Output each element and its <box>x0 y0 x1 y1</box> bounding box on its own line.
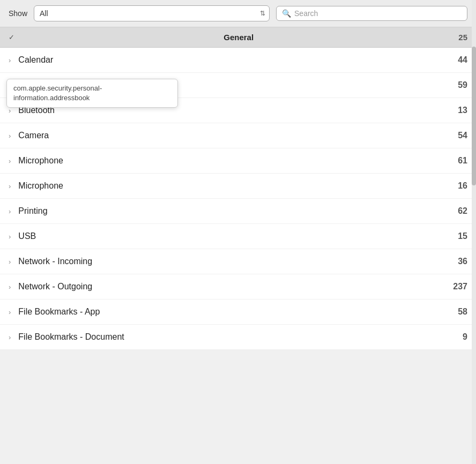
scrollbar[interactable] <box>472 0 476 464</box>
item-count: 13 <box>446 106 467 115</box>
section-title: General <box>19 33 458 42</box>
expand-chevron-icon: › <box>9 81 11 89</box>
item-count: 16 <box>446 181 467 191</box>
show-select[interactable]: All Allowed Denied <box>34 5 270 21</box>
list-item[interactable]: ›Microphone16 <box>0 174 476 199</box>
scrollbar-thumb[interactable] <box>472 47 476 186</box>
expand-chevron-icon: › <box>9 182 11 190</box>
show-label: Show <box>9 9 27 18</box>
item-count: 237 <box>446 282 467 291</box>
section-collapse-chevron[interactable]: ✓ <box>9 33 14 41</box>
item-label: Network - Outgoing <box>18 282 446 291</box>
list-item[interactable]: ›Bluetooth13 <box>0 98 476 123</box>
list-item[interactable]: ›Microphone61 <box>0 148 476 174</box>
item-count: 15 <box>446 231 467 241</box>
expand-chevron-icon: › <box>9 308 11 316</box>
list-item[interactable]: ›Calendar44 <box>0 48 476 73</box>
item-count: 61 <box>446 156 467 166</box>
item-label: File Bookmarks - Document <box>18 332 446 342</box>
toolbar: Show All Allowed Denied ⇅ 🔍 <box>0 0 476 27</box>
item-label: Microphone <box>18 156 446 166</box>
item-label: File Bookmarks - App <box>18 307 446 317</box>
item-count: 9 <box>446 332 467 342</box>
item-label: Printing <box>18 206 446 216</box>
expand-chevron-icon: › <box>9 132 11 140</box>
section-header: ✓ General 25 <box>0 27 476 48</box>
item-label: Microphone <box>18 181 446 191</box>
item-count: 54 <box>446 131 467 140</box>
expand-chevron-icon: › <box>9 107 11 115</box>
section-count: 25 <box>458 33 467 42</box>
list-item[interactable]: ›File Bookmarks - App58 <box>0 300 476 325</box>
list-item[interactable]: ›Network - Outgoing237 <box>0 274 476 300</box>
item-label: Network - Incoming <box>18 257 446 266</box>
expand-chevron-icon: › <box>9 333 11 341</box>
list-item[interactable]: ›Network - Incoming36 <box>0 249 476 274</box>
expand-chevron-icon: › <box>9 283 11 291</box>
item-label: Location <box>18 80 446 90</box>
expand-chevron-icon: › <box>9 233 11 241</box>
list-item[interactable]: ›USB15 <box>0 224 476 249</box>
item-count: 36 <box>446 257 467 266</box>
list-item[interactable]: ›Camera54 <box>0 123 476 148</box>
item-label: Bluetooth <box>18 106 446 115</box>
item-count: 44 <box>446 55 467 65</box>
expand-chevron-icon: › <box>9 258 11 266</box>
content-area: com.apple.security.personal-information.… <box>0 48 476 350</box>
item-count: 58 <box>446 307 467 317</box>
item-label: USB <box>18 231 446 241</box>
expand-chevron-icon: › <box>9 56 11 64</box>
item-count: 59 <box>446 80 467 90</box>
item-label: Camera <box>18 131 446 140</box>
list-item[interactable]: ›Printing62 <box>0 199 476 224</box>
item-label: Calendar <box>18 55 446 65</box>
search-icon: 🔍 <box>282 9 291 18</box>
show-select-wrapper: All Allowed Denied ⇅ <box>34 5 270 21</box>
search-wrapper: 🔍 <box>276 6 467 21</box>
list-item[interactable]: ›File Bookmarks - Document9 <box>0 325 476 350</box>
item-count: 62 <box>446 206 467 216</box>
search-input[interactable] <box>294 9 462 18</box>
list-item[interactable]: ›Location59 <box>0 73 476 98</box>
expand-chevron-icon: › <box>9 207 11 215</box>
expand-chevron-icon: › <box>9 157 11 165</box>
